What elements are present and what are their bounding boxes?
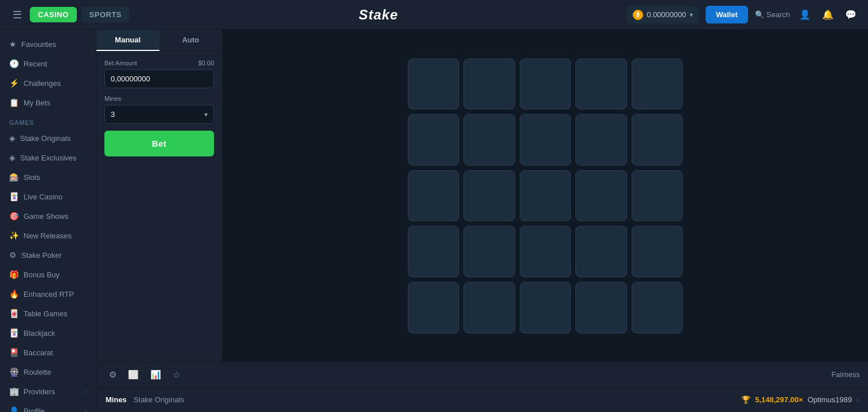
sidebar-item-table-games[interactable]: 🀄 Table Games bbox=[0, 304, 96, 323]
mine-cell[interactable] bbox=[520, 114, 571, 166]
mine-cell[interactable] bbox=[575, 58, 627, 110]
sidebar-item-label: Slots bbox=[24, 173, 40, 182]
sidebar-item-label: Bonus Buy bbox=[24, 270, 60, 279]
mines-select[interactable]: 3 1 2 4 5 bbox=[105, 105, 198, 123]
sidebar-item-slots[interactable]: 🎰 Slots bbox=[0, 167, 96, 187]
sidebar-item-favourites[interactable]: ★ Favourites bbox=[0, 34, 96, 54]
logo: Stake bbox=[134, 7, 622, 23]
sidebar-item-bonus-buy[interactable]: 🎁 Bonus Buy bbox=[0, 265, 96, 284]
mine-cell[interactable] bbox=[520, 170, 571, 222]
mine-cell[interactable] bbox=[520, 282, 571, 333]
fairness-link[interactable]: Fairness bbox=[831, 370, 860, 379]
sidebar-item-label: Stake Originals bbox=[20, 134, 71, 143]
search-area[interactable]: 🔍 Search bbox=[755, 10, 790, 19]
wallet-button[interactable]: Wallet bbox=[706, 6, 748, 23]
bottom-bar: Mines Stake Originals 🏆 5,148,297.00× Op… bbox=[96, 387, 868, 412]
hamburger-icon[interactable]: ☰ bbox=[9, 5, 25, 25]
mine-cell[interactable] bbox=[575, 114, 627, 166]
sidebar-item-stake-exclusives[interactable]: ◈ Stake Exclusives bbox=[0, 148, 96, 167]
mines-grid bbox=[408, 58, 683, 333]
stake-originals-icon: ◈ bbox=[9, 134, 15, 143]
bet-amount-group: Bet Amount $0.00 ₿ ½ 2× bbox=[104, 60, 214, 88]
sidebar-item-mybets[interactable]: 📋 My Bets bbox=[0, 93, 96, 112]
game-shows-icon: 🎯 bbox=[9, 211, 19, 221]
sidebar-item-stake-originals[interactable]: ◈ Stake Originals bbox=[0, 128, 96, 148]
sidebar-item-profile[interactable]: 👤 Profile › bbox=[0, 401, 96, 412]
mine-cell[interactable] bbox=[575, 170, 627, 222]
sidebar-item-stake-poker[interactable]: ⚙ Stake Poker bbox=[0, 245, 96, 265]
mine-cell[interactable] bbox=[632, 58, 683, 110]
star-toolbar-btn[interactable]: ☆ bbox=[168, 366, 185, 383]
balance-value: 0.00000000 bbox=[647, 10, 686, 19]
nav-right: ₿ 0.00000000 ▾ Wallet 🔍 Search 👤 🔔 💬 bbox=[627, 6, 859, 23]
sidebar-item-label: Providers bbox=[24, 387, 55, 396]
mine-cell[interactable] bbox=[520, 58, 571, 110]
chart-toolbar-btn[interactable]: 📊 bbox=[146, 366, 166, 383]
balance-area[interactable]: ₿ 0.00000000 ▾ bbox=[627, 6, 699, 23]
content-area: Manual Auto Bet Amount $0.00 ₿ ½ 2× bbox=[96, 30, 868, 412]
bottom-user-area: 🏆 5,148,297.00× Optimus1989 › bbox=[741, 395, 859, 404]
casino-nav-btn[interactable]: CASINO bbox=[30, 7, 77, 22]
bottom-game-category: Stake Originals bbox=[134, 395, 184, 404]
bet-amount-input[interactable] bbox=[105, 70, 213, 88]
mine-cell[interactable] bbox=[464, 226, 515, 277]
mine-cell[interactable] bbox=[575, 226, 627, 277]
mine-cell[interactable] bbox=[464, 170, 515, 222]
mine-cell[interactable] bbox=[464, 282, 515, 333]
mine-cell[interactable] bbox=[632, 170, 683, 222]
blackjack-icon: 🃏 bbox=[9, 328, 19, 338]
sidebar-item-label: Live Casino bbox=[24, 193, 63, 201]
settings-toolbar-btn[interactable]: ⚙ bbox=[104, 366, 121, 383]
mine-cell[interactable] bbox=[632, 282, 683, 333]
mine-cell[interactable] bbox=[575, 282, 627, 333]
mine-cell[interactable] bbox=[632, 114, 683, 166]
sidebar-item-enhanced-rtp[interactable]: 🔥 Enhanced RTP bbox=[0, 284, 96, 304]
tab-manual[interactable]: Manual bbox=[96, 30, 159, 51]
bell-icon[interactable]: 🔔 bbox=[820, 7, 836, 22]
balance-chevron-icon: ▾ bbox=[690, 11, 693, 19]
sidebar-item-label: New Releases bbox=[24, 231, 72, 240]
tab-auto[interactable]: Auto bbox=[159, 30, 223, 51]
sidebar-item-game-shows[interactable]: 🎯 Game Shows bbox=[0, 206, 96, 226]
sidebar-item-label: Favourites bbox=[21, 40, 56, 49]
mine-cell[interactable] bbox=[408, 58, 460, 110]
baccarat-icon: 🎴 bbox=[9, 348, 19, 357]
sidebar-item-recent[interactable]: 🕐 Recent bbox=[0, 54, 96, 73]
mine-cell[interactable] bbox=[464, 58, 515, 110]
bottom-game-name: Mines bbox=[106, 395, 127, 404]
bet-amount-label: Bet Amount $0.00 bbox=[104, 60, 214, 66]
sidebar-item-new-releases[interactable]: ✨ New Releases bbox=[0, 226, 96, 245]
mine-cell[interactable] bbox=[408, 282, 460, 333]
sidebar-item-label: Baccarat bbox=[24, 348, 53, 357]
sidebar-item-providers[interactable]: 🏢 Providers › bbox=[0, 382, 96, 401]
challenges-icon: ⚡ bbox=[9, 79, 19, 88]
bet-button[interactable]: Bet bbox=[104, 131, 214, 156]
screen-toolbar-btn[interactable]: ⬜ bbox=[123, 366, 143, 383]
chat-icon[interactable]: 💬 bbox=[843, 7, 859, 22]
sports-nav-btn[interactable]: SPORTS bbox=[81, 7, 130, 22]
bottom-username: Optimus1989 bbox=[808, 395, 852, 404]
mines-select-wrap: 3 1 2 4 5 ▾ bbox=[104, 105, 214, 124]
sidebar-item-live-casino[interactable]: 🃏 Live Casino bbox=[0, 187, 96, 206]
mines-group: Mines 3 1 2 4 5 ▾ bbox=[104, 95, 214, 124]
bet-controls: Bet Amount $0.00 ₿ ½ 2× Mines bbox=[96, 52, 222, 362]
mine-cell[interactable] bbox=[520, 226, 571, 277]
star-icon: ☆ bbox=[173, 370, 180, 379]
sidebar-item-baccarat[interactable]: 🎴 Baccarat bbox=[0, 343, 96, 362]
mine-cell[interactable] bbox=[408, 114, 460, 166]
mines-label: Mines bbox=[104, 95, 214, 102]
mine-cell[interactable] bbox=[632, 226, 683, 277]
sidebar-item-roulette[interactable]: 🎡 Roulette bbox=[0, 362, 96, 382]
sidebar-item-label: Profile bbox=[24, 407, 45, 413]
mines-select-arrow-icon: ▾ bbox=[198, 111, 213, 119]
sidebar-item-label: Stake Exclusives bbox=[20, 154, 76, 162]
games-section-header: Games bbox=[0, 112, 96, 128]
sidebar-item-blackjack[interactable]: 🃏 Blackjack bbox=[0, 323, 96, 343]
settings-icon: ⚙ bbox=[109, 370, 116, 379]
user-icon[interactable]: 👤 bbox=[797, 7, 813, 22]
mine-cell[interactable] bbox=[464, 114, 515, 166]
mine-cell[interactable] bbox=[408, 226, 460, 277]
sidebar-item-challenges[interactable]: ⚡ Challenges bbox=[0, 73, 96, 93]
mybets-icon: 📋 bbox=[9, 98, 19, 107]
mine-cell[interactable] bbox=[408, 170, 460, 222]
